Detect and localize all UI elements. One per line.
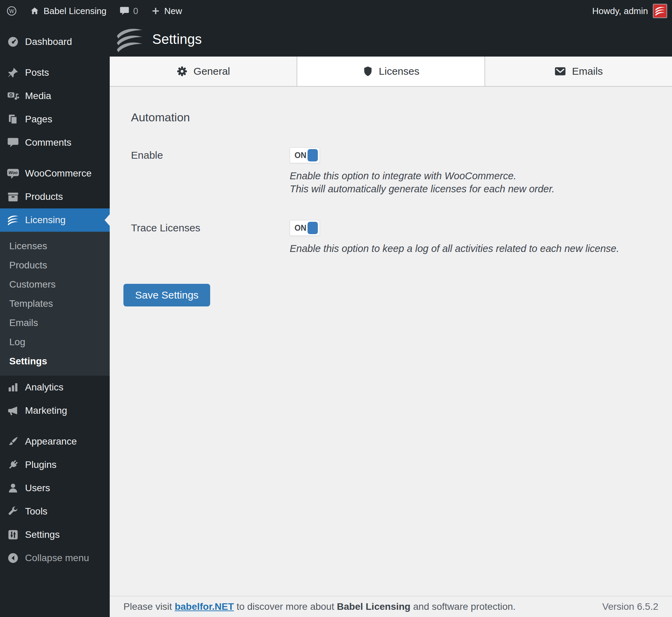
licenses-tab-panel: Automation Enable ON Enable this option …: [110, 87, 672, 596]
sliders-icon: [6, 529, 20, 541]
sidebar-item-dashboard[interactable]: Dashboard: [0, 30, 110, 53]
admin-bar-right: Howdy, admin: [592, 0, 672, 22]
trace-licenses-control: ON Enable this option to keep a log of a…: [290, 220, 619, 255]
submenu-item-products[interactable]: Products: [0, 256, 110, 275]
tab-label: Emails: [572, 65, 603, 77]
sidebar-item-label: Collapse menu: [25, 553, 89, 564]
plug-icon: [6, 459, 20, 471]
comments-icon: [6, 137, 20, 148]
submenu-item-customers[interactable]: Customers: [0, 275, 110, 294]
sidebar-item-woocommerce[interactable]: Woo WooCommerce: [0, 162, 110, 185]
admin-bar-left: W Babel Licensing 0 New: [0, 0, 189, 22]
comments-count: 0: [133, 6, 138, 16]
babelfor-net-link[interactable]: babelfor.NET: [175, 601, 234, 612]
howdy-text[interactable]: Howdy, admin: [592, 6, 648, 16]
sidebar-item-label: Settings: [25, 529, 60, 540]
site-link[interactable]: Babel Licensing: [23, 0, 113, 22]
babel-logo: [113, 26, 146, 53]
submenu-item-templates[interactable]: Templates: [0, 294, 110, 313]
babel-swoosh-icon: [6, 214, 20, 226]
tab-licenses[interactable]: Licenses: [297, 57, 485, 86]
sidebar-item-label: Dashboard: [25, 36, 72, 47]
tab-general[interactable]: General: [110, 57, 297, 86]
menu-separator: [0, 53, 110, 61]
sidebar-item-label: Posts: [25, 67, 49, 78]
gear-icon: [176, 65, 188, 77]
footer-credit: Please visit babelfor.NET to discover mo…: [123, 601, 516, 612]
enable-description: Enable this option to integrate with Woo…: [290, 169, 555, 195]
sidebar-item-settings[interactable]: Settings: [0, 523, 110, 546]
footer-text-suffix: and software protection.: [410, 601, 516, 612]
description-line: Enable this option to integrate with Woo…: [290, 169, 555, 182]
submenu-item-licenses[interactable]: Licenses: [0, 237, 110, 256]
bar-chart-icon: [6, 382, 20, 393]
enable-label: Enable: [131, 147, 290, 161]
comments-indicator[interactable]: 0: [113, 0, 145, 22]
setting-row-trace-licenses: Trace Licenses ON Enable this option to …: [123, 220, 658, 255]
footer-brand-name: Babel Licensing: [337, 601, 410, 612]
admin-sidebar: Dashboard Posts Media Pages Comments Woo…: [0, 22, 110, 617]
submenu-item-settings[interactable]: Settings: [0, 352, 110, 371]
sidebar-item-users[interactable]: Users: [0, 476, 110, 500]
home-icon: [30, 6, 39, 16]
page-title: Settings: [152, 32, 202, 47]
tab-label: Licenses: [379, 65, 419, 77]
user-icon: [6, 482, 20, 494]
sidebar-item-label: Pages: [25, 114, 52, 125]
save-settings-button[interactable]: Save Settings: [123, 284, 210, 306]
dashboard-icon: [6, 36, 20, 48]
site-name: Babel Licensing: [44, 6, 107, 16]
megaphone-icon: [6, 405, 20, 416]
submenu-item-emails[interactable]: Emails: [0, 313, 110, 332]
enable-toggle[interactable]: ON: [290, 147, 320, 163]
box-icon: [6, 191, 20, 203]
wordpress-logo-icon: W: [7, 6, 17, 16]
description-line: Enable this option to keep a log of all …: [290, 242, 619, 255]
active-menu-arrow: [105, 214, 110, 226]
sidebar-item-tools[interactable]: Tools: [0, 500, 110, 523]
sidebar-item-plugins[interactable]: Plugins: [0, 453, 110, 476]
sidebar-item-licensing[interactable]: Licensing: [0, 208, 110, 232]
main-content: Settings General: [110, 22, 672, 617]
tab-label: General: [193, 65, 230, 77]
comment-bubble-icon: [120, 7, 129, 15]
sidebar-item-label: Tools: [25, 506, 47, 517]
licensing-submenu: Licenses Products Customers Templates Em…: [0, 232, 110, 376]
sidebar-item-label: Marketing: [25, 405, 67, 416]
toggle-on-text: ON: [295, 223, 307, 233]
sidebar-item-label: Users: [25, 483, 50, 494]
shield-icon: [362, 65, 373, 77]
trace-licenses-toggle[interactable]: ON: [290, 220, 320, 236]
new-content-button[interactable]: New: [145, 0, 189, 22]
svg-text:W: W: [9, 8, 14, 14]
sidebar-item-pages[interactable]: Pages: [0, 108, 110, 131]
svg-text:Woo: Woo: [9, 170, 18, 175]
sidebar-item-label: WooCommerce: [25, 168, 92, 179]
sidebar-item-marketing[interactable]: Marketing: [0, 399, 110, 422]
sidebar-item-media[interactable]: Media: [0, 84, 110, 108]
wrench-icon: [6, 506, 20, 517]
tab-emails[interactable]: Emails: [485, 57, 672, 86]
sidebar-item-label: Analytics: [25, 382, 63, 393]
envelope-icon: [554, 66, 566, 77]
toggle-knob: [308, 149, 318, 161]
woocommerce-icon: Woo: [6, 168, 20, 179]
submenu-item-log[interactable]: Log: [0, 332, 110, 352]
version-text: Version 6.5.2: [602, 601, 658, 612]
sidebar-item-comments[interactable]: Comments: [0, 131, 110, 154]
setting-row-enable: Enable ON Enable this option to integrat…: [123, 147, 658, 195]
sidebar-item-products[interactable]: Products: [0, 185, 110, 208]
plus-icon: [151, 7, 160, 15]
sidebar-item-posts[interactable]: Posts: [0, 61, 110, 84]
menu-separator: [0, 154, 110, 162]
collapse-menu-button[interactable]: Collapse menu: [0, 546, 110, 570]
user-avatar[interactable]: [653, 4, 667, 18]
menu-separator: [0, 422, 110, 430]
section-title: Automation: [131, 111, 658, 124]
wordpress-menu-button[interactable]: W: [0, 0, 23, 22]
sidebar-item-label: Appearance: [25, 436, 77, 447]
sidebar-item-label: Licensing: [25, 215, 65, 226]
sidebar-item-appearance[interactable]: Appearance: [0, 430, 110, 453]
sidebar-item-analytics[interactable]: Analytics: [0, 376, 110, 399]
footer-text-prefix: Please visit: [123, 601, 175, 612]
